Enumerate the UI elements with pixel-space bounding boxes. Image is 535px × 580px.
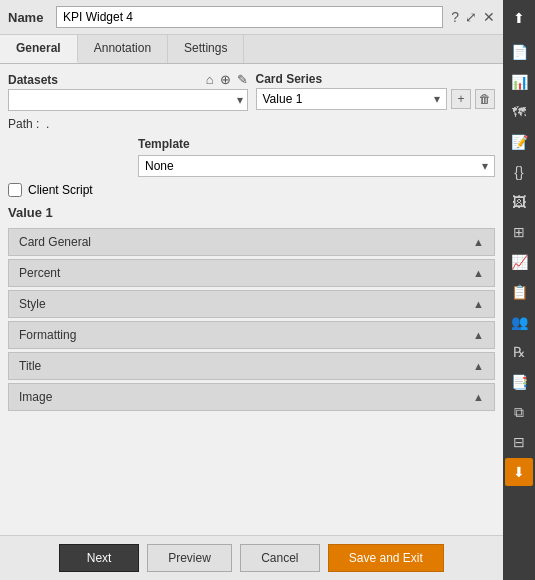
sidebar-icon-rx[interactable]: ℞ — [505, 338, 533, 366]
add-card-series-button[interactable]: + — [451, 89, 471, 109]
sidebar-icon-report[interactable]: 📑 — [505, 368, 533, 396]
datasets-section: Datasets ⌂ ⊕ ✎ ▾ — [8, 72, 248, 111]
accordion-percent[interactable]: Percent ▲ — [8, 259, 495, 287]
sidebar: ⬆ 📄 📊 🗺 📝 {} 🖼 ⊞ 📈 📋 👥 ℞ 📑 ⧉ ⊟ ⬇ — [503, 0, 535, 580]
sidebar-icon-layers[interactable]: ⧉ — [505, 398, 533, 426]
accordion-card-general-chevron: ▲ — [473, 236, 484, 248]
help-icon[interactable]: ? — [451, 9, 459, 25]
client-script-checkbox[interactable] — [8, 183, 22, 197]
accordion-percent-label: Percent — [19, 266, 60, 280]
resize-icon[interactable]: ⤢ — [465, 9, 477, 25]
client-script-label: Client Script — [28, 183, 93, 197]
save-exit-button[interactable]: Save and Exit — [328, 544, 444, 572]
accordion-style-chevron: ▲ — [473, 298, 484, 310]
close-icon[interactable]: ✕ — [483, 9, 495, 25]
sidebar-icon-linechart[interactable]: 📈 — [505, 248, 533, 276]
next-button[interactable]: Next — [59, 544, 139, 572]
header-icons: ? ⤢ ✕ — [451, 9, 495, 25]
accordion: Card General ▲ Percent ▲ Style ▲ Formatt… — [8, 228, 495, 411]
accordion-card-general[interactable]: Card General ▲ — [8, 228, 495, 256]
accordion-style[interactable]: Style ▲ — [8, 290, 495, 318]
accordion-title-chevron: ▲ — [473, 360, 484, 372]
accordion-image-chevron: ▲ — [473, 391, 484, 403]
preview-button[interactable]: Preview — [147, 544, 232, 572]
sidebar-icon-group[interactable]: 👥 — [505, 308, 533, 336]
sidebar-icon-image[interactable]: 🖼 — [505, 188, 533, 216]
accordion-title-label: Title — [19, 359, 41, 373]
accordion-percent-chevron: ▲ — [473, 267, 484, 279]
accordion-card-general-label: Card General — [19, 235, 91, 249]
tab-settings[interactable]: Settings — [168, 35, 244, 63]
body: Datasets ⌂ ⊕ ✎ ▾ Card Series Val — [0, 64, 503, 535]
name-label: Name — [8, 10, 48, 25]
card-series-section: Card Series Value 1 ▾ + 🗑 — [256, 72, 496, 110]
accordion-formatting-chevron: ▲ — [473, 329, 484, 341]
card-series-dropdown[interactable]: Value 1 ▾ — [256, 88, 448, 110]
template-arrow-icon: ▾ — [482, 159, 488, 173]
datasets-label: Datasets — [8, 73, 63, 87]
header: Name ? ⤢ ✕ — [0, 0, 503, 35]
tabs: General Annotation Settings — [0, 35, 503, 64]
template-value: None — [145, 159, 174, 173]
sidebar-top-icon[interactable]: ⬆ — [505, 4, 533, 32]
tab-annotation[interactable]: Annotation — [78, 35, 168, 63]
footer: Next Preview Cancel Save and Exit — [0, 535, 503, 580]
sidebar-icon-table[interactable]: ⊞ — [505, 218, 533, 246]
path-value: . — [46, 117, 49, 131]
accordion-style-label: Style — [19, 297, 46, 311]
value-section-label: Value 1 — [8, 203, 495, 222]
tab-general[interactable]: General — [0, 35, 78, 63]
home-icon[interactable]: ⌂ — [206, 72, 214, 87]
template-section: Template None ▾ — [138, 137, 495, 177]
accordion-title[interactable]: Title ▲ — [8, 352, 495, 380]
main-panel: Name ? ⤢ ✕ General Annotation Settings D… — [0, 0, 503, 580]
card-series-arrow-icon: ▾ — [434, 92, 440, 106]
accordion-formatting[interactable]: Formatting ▲ — [8, 321, 495, 349]
card-series-controls: Value 1 ▾ + 🗑 — [256, 88, 496, 110]
path-label: Path : — [8, 117, 43, 131]
sidebar-icon-grid[interactable]: ⊟ — [505, 428, 533, 456]
datasets-dropdown[interactable]: ▾ — [8, 89, 248, 111]
sidebar-icon-bracket[interactable]: {} — [505, 158, 533, 186]
template-label: Template — [138, 137, 190, 151]
sidebar-icon-map[interactable]: 🗺 — [505, 98, 533, 126]
template-dropdown[interactable]: None ▾ — [138, 155, 495, 177]
add-dataset-icon[interactable]: ⊕ — [220, 72, 231, 87]
client-script-row: Client Script — [8, 183, 495, 197]
datasets-arrow-icon: ▾ — [237, 93, 243, 107]
datasets-icons: ⌂ ⊕ ✎ — [206, 72, 248, 87]
sidebar-icon-page[interactable]: 📋 — [505, 278, 533, 306]
accordion-image[interactable]: Image ▲ — [8, 383, 495, 411]
sidebar-icon-download[interactable]: ⬇ — [505, 458, 533, 486]
path-row: Path : . — [8, 117, 495, 131]
edit-dataset-icon[interactable]: ✎ — [237, 72, 248, 87]
accordion-formatting-label: Formatting — [19, 328, 76, 342]
datasets-card-series-row: Datasets ⌂ ⊕ ✎ ▾ Card Series Val — [8, 72, 495, 111]
card-series-label: Card Series — [256, 72, 496, 86]
sidebar-icon-barchart[interactable]: 📊 — [505, 68, 533, 96]
sidebar-icon-doc[interactable]: 📝 — [505, 128, 533, 156]
cancel-button[interactable]: Cancel — [240, 544, 320, 572]
remove-card-series-button[interactable]: 🗑 — [475, 89, 495, 109]
accordion-image-label: Image — [19, 390, 52, 404]
sidebar-icon-file[interactable]: 📄 — [505, 38, 533, 66]
title-input[interactable] — [56, 6, 443, 28]
card-series-value: Value 1 — [263, 92, 303, 106]
